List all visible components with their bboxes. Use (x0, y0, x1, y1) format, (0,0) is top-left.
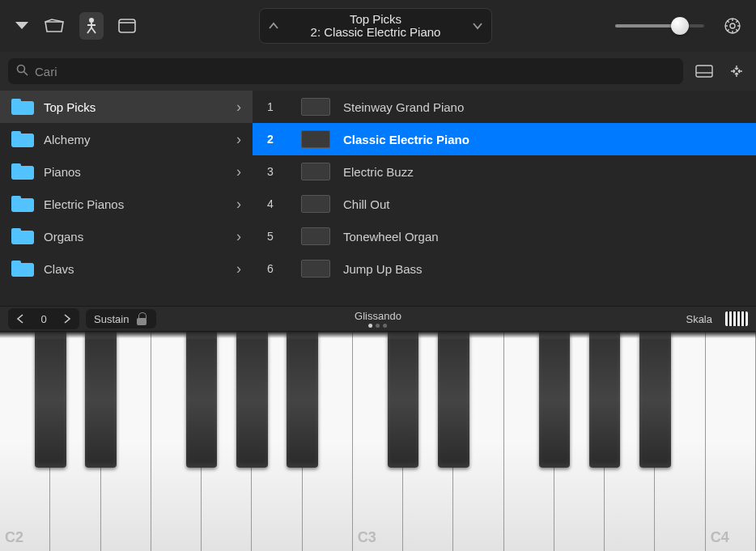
octave-label: C2 (5, 529, 23, 546)
keyboard-mode[interactable]: Glissando (355, 310, 401, 328)
instrument-thumb (299, 159, 332, 184)
octave-down-button[interactable] (10, 310, 31, 328)
instrument-number: 1 (253, 100, 288, 113)
dot-1 (369, 324, 373, 328)
category-label: Pianos (44, 165, 81, 179)
sound-browser: Top Picks › Alchemy › Pianos › Electric … (0, 91, 756, 306)
black-key[interactable] (388, 332, 419, 468)
category-label: Electric Pianos (44, 197, 124, 211)
category-label: Clavs (44, 262, 74, 276)
octave-label: C4 (711, 529, 729, 546)
instrument-thumb (299, 256, 332, 282)
category-label: Top Picks (44, 100, 96, 114)
white-key[interactable]: C4 (706, 332, 756, 551)
instrument-thumb (299, 223, 332, 249)
category-item[interactable]: Clavs › (0, 252, 253, 285)
black-key[interactable] (35, 332, 66, 468)
preset-subtitle: 2: Classic Electric Piano (279, 26, 472, 40)
category-item[interactable]: Pianos › (0, 155, 253, 188)
instrument-item[interactable]: 3 Electric Buzz (253, 155, 756, 188)
instrument-list[interactable]: 1 Steinway Grand Piano2 Classic Electric… (253, 91, 756, 306)
keyboard-shadow (0, 332, 756, 338)
instrument-number: 2 (253, 133, 288, 146)
black-key[interactable] (186, 332, 218, 468)
collapse-icon[interactable] (725, 62, 748, 80)
keyboard-mode-label: Glissando (355, 310, 401, 322)
black-key[interactable] (539, 332, 571, 468)
category-item[interactable]: Organs › (0, 220, 253, 252)
preset-title: Top Picks (279, 13, 472, 27)
folder-icon (11, 196, 34, 212)
instrument-number: 4 (253, 197, 288, 210)
tracks-icon[interactable] (44, 19, 65, 33)
black-key[interactable] (589, 332, 621, 468)
search-row (0, 52, 756, 91)
instrument-item[interactable]: 6 Jump Up Bass (253, 252, 756, 285)
search-field[interactable] (8, 58, 683, 84)
sustain-button[interactable]: Sustain (86, 309, 156, 328)
library-icon[interactable] (79, 12, 104, 40)
scale-button[interactable]: Skala (686, 313, 712, 325)
svg-point-4 (730, 23, 735, 28)
volume-slider[interactable] (615, 24, 704, 28)
octave-label: C3 (358, 529, 376, 546)
black-key[interactable] (85, 332, 117, 468)
instrument-item[interactable]: 2 Classic Electric Piano (253, 123, 756, 155)
window-icon[interactable] (118, 19, 136, 33)
keyboard-right-controls: Skala (686, 312, 748, 326)
instrument-label: Electric Buzz (343, 165, 414, 179)
instrument-number: 6 (253, 262, 288, 275)
top-toolbar: Top Picks 2: Classic Electric Piano (0, 0, 756, 52)
dot-3 (384, 324, 388, 328)
keyboard-size-icon[interactable] (725, 312, 748, 326)
gear-icon[interactable] (724, 17, 741, 35)
preset-selector[interactable]: Top Picks 2: Classic Electric Piano (259, 8, 492, 44)
black-key[interactable] (639, 332, 671, 468)
menu-dropdown-icon[interactable] (15, 21, 29, 31)
instrument-item[interactable]: 1 Steinway Grand Piano (253, 91, 756, 123)
instrument-thumb (299, 94, 332, 120)
folder-icon (11, 131, 34, 147)
category-label: Organs (44, 230, 83, 244)
sustain-label: Sustain (94, 313, 129, 325)
category-item[interactable]: Alchemy › (0, 123, 253, 155)
chevron-right-icon: › (236, 131, 241, 148)
octave-up-button[interactable] (57, 310, 78, 328)
category-label: Alchemy (44, 133, 91, 146)
svg-point-5 (18, 65, 25, 72)
folder-icon (11, 261, 34, 277)
preset-text: Top Picks 2: Classic Electric Piano (279, 13, 472, 40)
keyboard-controls-bar: 0 Sustain Glissando Skala (0, 306, 756, 332)
chevron-right-icon: › (236, 196, 241, 213)
chevron-up-icon[interactable] (268, 19, 279, 33)
piano-keyboard[interactable]: C2C3C4 (0, 332, 756, 551)
category-list[interactable]: Top Picks › Alchemy › Pianos › Electric … (0, 91, 253, 306)
svg-line-6 (24, 71, 28, 75)
category-item[interactable]: Top Picks › (0, 91, 253, 123)
instrument-number: 3 (253, 165, 288, 178)
chevron-right-icon: › (236, 163, 241, 180)
view-toggle-button[interactable] (693, 62, 716, 80)
instrument-label: Classic Electric Piano (343, 133, 469, 146)
chevron-right-icon: › (236, 99, 241, 116)
instrument-item[interactable]: 4 Chill Out (253, 188, 756, 220)
instrument-thumb (299, 126, 332, 152)
chevron-right-icon: › (236, 261, 241, 278)
folder-icon (11, 228, 34, 244)
black-key[interactable] (438, 332, 469, 468)
black-key[interactable] (236, 332, 268, 468)
volume-fill (615, 24, 680, 28)
page-dots (355, 324, 401, 328)
dot-2 (376, 324, 380, 328)
black-key[interactable] (287, 332, 318, 468)
chevron-down-icon[interactable] (472, 19, 483, 33)
toolbar-left (15, 12, 136, 40)
search-input[interactable] (35, 65, 675, 78)
category-item[interactable]: Electric Pianos › (0, 188, 253, 220)
instrument-item[interactable]: 5 Tonewheel Organ (253, 220, 756, 252)
search-icon (16, 64, 28, 79)
instrument-number: 5 (253, 230, 288, 243)
toolbar-right (615, 17, 741, 35)
instrument-thumb (299, 191, 332, 217)
volume-thumb[interactable] (671, 17, 689, 35)
